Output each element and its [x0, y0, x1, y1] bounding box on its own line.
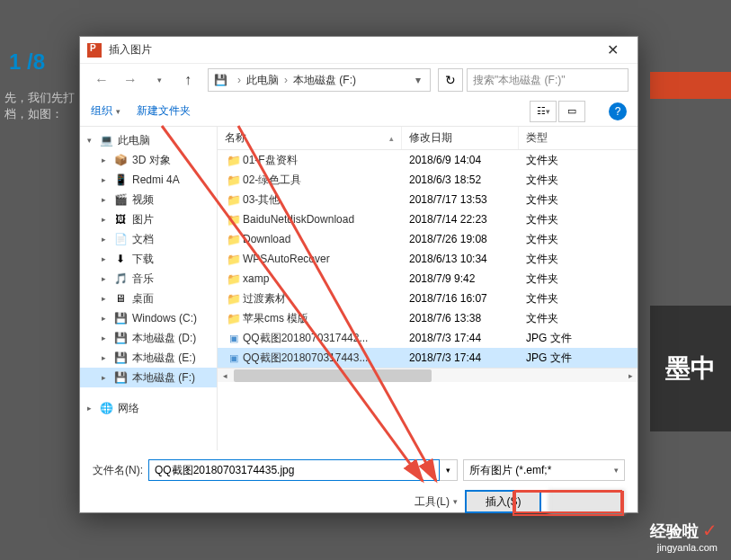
- file-row[interactable]: 📁过渡素材 2018/7/16 16:07 文件夹: [218, 289, 637, 308]
- file-type: 文件夹: [519, 153, 609, 168]
- nav-back-button[interactable]: ←: [89, 67, 114, 93]
- organize-menu[interactable]: 组织 ▾: [91, 103, 120, 119]
- file-row[interactable]: 📁02-绿色工具 2018/6/3 18:52 文件夹: [218, 170, 637, 190]
- tree-item[interactable]: ▸ 💾 本地磁盘 (E:): [80, 348, 217, 368]
- chevron-icon[interactable]: ▾: [84, 136, 94, 145]
- file-date: 2018/7/9 9:42: [402, 272, 519, 285]
- file-row[interactable]: 📁苹果cms 模版 2018/7/6 13:38 文件夹: [218, 308, 637, 328]
- breadcrumb-item[interactable]: 此电脑: [246, 73, 279, 88]
- chevron-icon[interactable]: ▸: [98, 373, 109, 382]
- file-date: 2018/6/13 10:34: [402, 253, 519, 265]
- horizontal-scrollbar[interactable]: ◂ ▸: [218, 368, 637, 382]
- column-header-date[interactable]: 修改日期: [402, 127, 519, 149]
- view-mode-button[interactable]: ☷ ▾: [530, 101, 557, 122]
- drive-icon: 💾: [212, 72, 228, 88]
- tree-item[interactable]: ▸ 📱 Redmi 4A: [80, 170, 217, 190]
- folder-icon: 📁: [225, 213, 243, 227]
- folder-icon: 📁: [225, 312, 243, 325]
- new-folder-button[interactable]: 新建文件夹: [137, 103, 191, 119]
- chevron-icon[interactable]: ▸: [98, 314, 109, 323]
- tree-item[interactable]: ▸ 💾 本地磁盘 (D:): [80, 328, 217, 348]
- breadcrumb-dropdown[interactable]: ▾: [410, 74, 426, 86]
- column-header-name[interactable]: 名称▴: [218, 127, 402, 149]
- chevron-icon[interactable]: ▸: [98, 215, 109, 224]
- file-row[interactable]: ▣QQ截图2018070317443... 2018/7/3 17:44 JPG…: [218, 348, 637, 368]
- tree-item[interactable]: ▸ 🖥 桌面: [80, 289, 217, 308]
- dialog-title: 插入图片: [109, 42, 594, 58]
- help-button[interactable]: ?: [609, 102, 627, 120]
- tree-item-icon: 🌐: [98, 401, 114, 415]
- tree-item-label: Windows (C:): [132, 312, 197, 324]
- tree-item[interactable]: ▸ 📄 文档: [80, 229, 217, 249]
- navigation-tree[interactable]: ▾ 💻 此电脑▸ 📦 3D 对象▸ 📱 Redmi 4A▸ 🎬 视频▸ 🖼 图片…: [80, 127, 218, 450]
- folder-icon: 📁: [225, 253, 243, 266]
- nav-up-button[interactable]: ↑: [175, 67, 201, 93]
- file-type: JPG 文件: [519, 351, 609, 366]
- file-date: 2018/7/3 17:44: [402, 332, 519, 344]
- folder-icon: 📁: [225, 272, 243, 286]
- tree-item[interactable]: ▸ 🎬 视频: [80, 190, 217, 209]
- chevron-icon[interactable]: ▸: [98, 294, 109, 303]
- tree-item-icon: 💾: [112, 311, 129, 325]
- breadcrumb-item[interactable]: 本地磁盘 (F:): [293, 73, 356, 88]
- file-row[interactable]: ▣QQ截图2018070317442... 2018/7/3 17:44 JPG…: [218, 328, 637, 348]
- preview-pane-button[interactable]: ▭: [558, 101, 585, 122]
- tree-item[interactable]: ▸ 📦 3D 对象: [80, 150, 217, 170]
- tree-item-label: 本地磁盘 (F:): [132, 370, 195, 386]
- tree-item[interactable]: ▸ 🌐 网络: [80, 398, 217, 418]
- tree-item-label: 下载: [132, 252, 154, 267]
- refresh-button[interactable]: ↻: [438, 68, 463, 92]
- tree-item[interactable]: ▸ 🎵 音乐: [80, 269, 217, 289]
- chevron-icon[interactable]: ▸: [98, 353, 109, 362]
- file-type: 文件夹: [519, 232, 609, 247]
- tree-item[interactable]: ▸ ⬇ 下载: [80, 249, 217, 269]
- chevron-icon[interactable]: ▸: [98, 156, 109, 164]
- tree-item-icon: 📱: [112, 173, 129, 187]
- search-input[interactable]: 搜索"本地磁盘 (F:)": [467, 68, 628, 92]
- file-name: 过渡素材: [243, 291, 402, 307]
- close-button[interactable]: ✕: [594, 37, 630, 64]
- tree-item-icon: 🖼: [112, 212, 129, 227]
- breadcrumb[interactable]: 💾 › 此电脑 › 本地磁盘 (F:) ▾: [208, 68, 431, 92]
- nav-forward-button[interactable]: →: [118, 67, 143, 93]
- insert-picture-dialog: 插入图片 ✕ ← → ▾ ↑ 💾 › 此电脑 › 本地磁盘 (F:) ▾ ↻ 搜…: [79, 36, 638, 513]
- file-row[interactable]: 📁xamp 2018/7/9 9:42 文件夹: [218, 269, 637, 289]
- bg-text: 档，如图：: [0, 106, 63, 122]
- folder-icon: 📁: [225, 233, 243, 246]
- chevron-icon[interactable]: ▸: [98, 175, 109, 184]
- cancel-button[interactable]: [548, 490, 625, 513]
- chevron-icon[interactable]: ▸: [98, 254, 109, 263]
- filename-input[interactable]: [148, 459, 440, 481]
- file-date: 2018/7/6 13:38: [402, 312, 519, 324]
- tree-item[interactable]: ▾ 💻 此电脑: [80, 130, 217, 150]
- tree-item-icon: 💾: [112, 370, 129, 385]
- file-list[interactable]: 名称▴ 修改日期 类型 📁01-F盘资料 2018/6/9 14:04 文件夹📁…: [218, 127, 637, 450]
- tree-item-icon: 🎬: [112, 192, 129, 207]
- column-header-type[interactable]: 类型: [519, 127, 609, 149]
- chevron-icon[interactable]: ▸: [98, 195, 109, 204]
- chevron-icon[interactable]: ▸: [84, 404, 94, 413]
- file-name: xamp: [243, 272, 402, 285]
- file-row[interactable]: 📁03-其他 2018/7/17 13:53 文件夹: [218, 190, 637, 209]
- nav-recent-dropdown[interactable]: ▾: [147, 67, 172, 93]
- tree-item-label: 本地磁盘 (D:): [132, 331, 196, 346]
- file-row[interactable]: 📁01-F盘资料 2018/6/9 14:04 文件夹: [218, 150, 637, 170]
- filename-history-dropdown[interactable]: ▾: [440, 459, 458, 481]
- chevron-icon[interactable]: ▸: [98, 235, 109, 244]
- filetype-select[interactable]: 所有图片 (*.emf;*▾: [463, 459, 625, 481]
- file-type: JPG 文件: [519, 331, 609, 346]
- tree-item-label: Redmi 4A: [132, 173, 180, 186]
- file-name: 02-绿色工具: [243, 173, 402, 188]
- tools-menu[interactable]: 工具(L) ▾: [415, 494, 458, 510]
- tree-item[interactable]: ▸ 🖼 图片: [80, 209, 217, 229]
- file-row[interactable]: 📁BaiduNetdiskDownload 2018/7/14 22:23 文件…: [218, 209, 637, 229]
- chevron-icon[interactable]: ▸: [98, 333, 109, 342]
- tree-item[interactable]: ▸ 💾 Windows (C:): [80, 308, 217, 328]
- file-row[interactable]: 📁Download 2018/7/26 19:08 文件夹: [218, 229, 637, 249]
- tree-item[interactable]: ▸ 💾 本地磁盘 (F:): [80, 368, 217, 387]
- file-row[interactable]: 📁WPSAutoRecover 2018/6/13 10:34 文件夹: [218, 249, 637, 269]
- insert-button[interactable]: 插入(S): [465, 490, 541, 513]
- tree-item-icon: 💾: [112, 351, 129, 365]
- chevron-icon[interactable]: ▸: [98, 274, 109, 283]
- file-type: 文件夹: [519, 291, 609, 307]
